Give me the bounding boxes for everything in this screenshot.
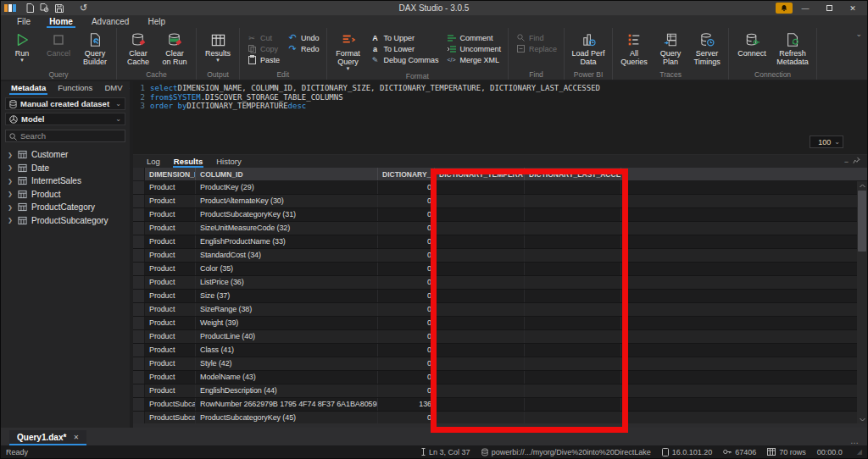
- cell-dimension-name[interactable]: Product: [145, 195, 196, 207]
- cell-dictionary-last-accessed[interactable]: [525, 398, 621, 411]
- maximize-button[interactable]: [818, 3, 840, 14]
- cell-dictionary-last-accessed[interactable]: [525, 344, 621, 357]
- table-row[interactable]: Product EnglishDescription (44) 0: [133, 384, 867, 398]
- vertical-scrollbar[interactable]: [857, 181, 867, 423]
- row-selector[interactable]: [133, 357, 145, 370]
- cell-dictionary-size[interactable]: 0: [378, 384, 435, 397]
- cell-column-id[interactable]: Weight (39): [196, 317, 378, 329]
- cell-column-id[interactable]: EnglishProductName (33): [196, 235, 378, 248]
- cell-dictionary-size[interactable]: 0: [378, 249, 435, 262]
- cell-dimension-name[interactable]: Product: [145, 181, 196, 194]
- cell-dimension-name[interactable]: Product: [145, 330, 196, 343]
- cell-dictionary-temperature[interactable]: [435, 222, 525, 235]
- sidebar-tree-item[interactable]: ❯ ProductSubcategory: [1, 214, 130, 228]
- cell-dictionary-size[interactable]: 0: [378, 330, 435, 343]
- paste-button[interactable]: Paste: [243, 54, 283, 65]
- row-selector[interactable]: [133, 290, 145, 302]
- cell-dictionary-temperature[interactable]: [435, 249, 525, 262]
- row-selector[interactable]: [133, 222, 145, 235]
- cell-dictionary-size[interactable]: 0: [378, 290, 435, 302]
- table-row[interactable]: Product Color (35) 0: [133, 263, 867, 276]
- row-selector[interactable]: [133, 412, 145, 423]
- cell-dictionary-last-accessed[interactable]: [525, 222, 621, 235]
- row-selector[interactable]: [133, 249, 145, 262]
- cell-dimension-name[interactable]: Product: [145, 263, 196, 275]
- search-input[interactable]: [20, 131, 121, 141]
- cell-column-id[interactable]: ProductSubcategoryKey (45): [196, 412, 378, 423]
- tab-dmv[interactable]: DMV: [99, 82, 127, 94]
- cell-dictionary-size[interactable]: 0: [378, 195, 435, 207]
- query-editor[interactable]: 1select DIMENSION_NAME, COLUMN_ID, DICTI…: [133, 81, 867, 155]
- cell-dictionary-last-accessed[interactable]: [525, 249, 621, 262]
- notification-bell-button[interactable]: [776, 3, 793, 14]
- tab-functions[interactable]: Functions: [53, 82, 97, 94]
- cut-button[interactable]: ✂Cut: [243, 32, 283, 43]
- tab-overflow-icon[interactable]: …: [850, 436, 867, 445]
- cell-dictionary-size[interactable]: 136: [378, 398, 435, 411]
- close-icon[interactable]: ✕: [73, 434, 79, 441]
- table-row[interactable]: Product ModelName (43) 0: [133, 371, 867, 384]
- cell-dimension-name[interactable]: Product: [145, 235, 196, 248]
- cell-column-id[interactable]: RowNumber 2662979B 1795 4F74 8F37 6A1BA8…: [196, 398, 378, 411]
- replace-button[interactable]: Replace: [512, 43, 560, 54]
- chevron-right-icon[interactable]: ❯: [8, 191, 14, 197]
- tab-history[interactable]: History: [211, 157, 247, 168]
- cell-dimension-name[interactable]: Product: [145, 384, 196, 397]
- table-row[interactable]: Product ProductKey (29) 0: [133, 181, 867, 195]
- scroll-up-icon[interactable]: [860, 181, 865, 190]
- clear-cache-button[interactable]: Clear Cache: [120, 30, 156, 66]
- cell-dictionary-temperature[interactable]: [435, 181, 525, 194]
- row-selector[interactable]: [133, 195, 145, 207]
- cell-dictionary-last-accessed[interactable]: [525, 317, 621, 329]
- cell-column-id[interactable]: ModelName (43): [196, 371, 378, 384]
- row-selector[interactable]: [133, 330, 145, 343]
- cell-dictionary-temperature[interactable]: [435, 317, 525, 329]
- cell-dictionary-size[interactable]: 0: [378, 263, 435, 275]
- cancel-button[interactable]: Cancel: [41, 30, 76, 58]
- cell-dimension-name[interactable]: Product: [145, 371, 196, 384]
- scrollbar-thumb[interactable]: [858, 191, 866, 252]
- to-upper-button[interactable]: ATo Upper: [367, 32, 442, 43]
- cell-column-id[interactable]: ListPrice (36): [196, 276, 378, 289]
- column-header-dimension-name[interactable]: DIMENSION_NAME: [145, 168, 196, 180]
- pane-collapse-icon[interactable]: −: [844, 158, 849, 166]
- connect-button[interactable]: Connect: [732, 30, 771, 58]
- cell-dictionary-last-accessed[interactable]: [525, 276, 621, 289]
- cell-dictionary-temperature[interactable]: [435, 371, 525, 384]
- table-row[interactable]: Product Style (42) 0: [133, 357, 867, 371]
- cell-column-id[interactable]: Class (41): [196, 344, 378, 357]
- table-row[interactable]: Product Size (37) 0: [133, 290, 867, 303]
- cell-dictionary-last-accessed[interactable]: [525, 357, 621, 370]
- chevron-right-icon[interactable]: ❯: [8, 178, 14, 185]
- sidebar-tree-item[interactable]: ❯ InternetSales: [1, 174, 130, 188]
- row-selector[interactable]: [133, 344, 145, 357]
- chevron-right-icon[interactable]: ❯: [8, 217, 14, 224]
- ribbon-collapse-chevron-icon[interactable]: ⌄: [855, 30, 862, 38]
- results-output-button[interactable]: Results ▾: [200, 30, 236, 63]
- cell-dimension-name[interactable]: Product: [145, 357, 196, 370]
- clear-on-run-button[interactable]: Clear on Run: [157, 30, 192, 66]
- refresh-metadata-button[interactable]: Refresh Metadata: [772, 30, 813, 66]
- cell-dictionary-size[interactable]: 0: [378, 412, 435, 423]
- new-document-icon[interactable]: [26, 3, 34, 13]
- cell-dictionary-last-accessed[interactable]: [525, 384, 621, 397]
- scroll-down-icon[interactable]: [860, 415, 865, 423]
- format-query-button[interactable]: Format Query ▾: [331, 30, 366, 71]
- cell-column-id[interactable]: ProductLine (40): [196, 330, 378, 343]
- cell-dictionary-temperature[interactable]: [435, 398, 525, 411]
- cell-dictionary-temperature[interactable]: [435, 235, 525, 248]
- cell-dimension-name[interactable]: Product: [145, 276, 196, 289]
- server-timings-button[interactable]: Server Timings: [689, 30, 725, 66]
- cell-dictionary-size[interactable]: 0: [378, 357, 435, 370]
- table-row[interactable]: Product ProductAlternateKey (30) 0: [133, 195, 867, 208]
- row-selector[interactable]: [133, 181, 145, 194]
- cell-dimension-name[interactable]: Product: [145, 290, 196, 302]
- column-header-dictionary-size[interactable]: DICTIONARY_SIZE: [378, 168, 435, 180]
- cell-dictionary-last-accessed[interactable]: [525, 330, 621, 343]
- dataset-dropdown[interactable]: Manual created dataset ⌄: [5, 97, 125, 110]
- cell-dimension-name[interactable]: ProductSubcategory: [145, 398, 196, 411]
- tab-advanced[interactable]: Advanced: [82, 16, 138, 28]
- undo-button[interactable]: ↶Undo: [284, 32, 323, 43]
- copy-button[interactable]: Copy: [243, 43, 283, 54]
- table-row[interactable]: Product Class (41) 0: [133, 344, 867, 357]
